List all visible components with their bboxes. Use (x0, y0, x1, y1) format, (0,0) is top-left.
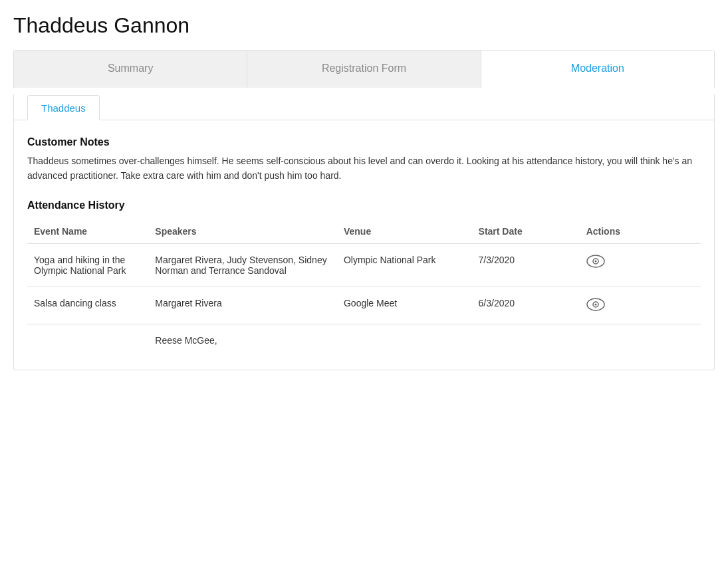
attendance-history-title: Attendance History (27, 199, 701, 211)
table-header-row: Event Name Speakers Venue Start Date Act… (27, 221, 701, 244)
cell-actions-2 (580, 324, 701, 356)
col-header-venue: Venue (337, 221, 472, 244)
content-body: Customer Notes Thaddeus sometimes over-c… (14, 120, 714, 370)
table-row: Reese McGee, (27, 324, 701, 356)
col-header-start-date: Start Date (472, 221, 580, 244)
page-title: Thaddeus Gannon (13, 13, 715, 38)
cell-event-name-2 (27, 324, 148, 356)
tab-moderation[interactable]: Moderation (481, 51, 714, 88)
page-container: Thaddeus Gannon Summary Registration For… (0, 0, 728, 370)
cell-speakers-0: Margaret Rivera, Judy Stevenson, Sidney … (148, 243, 337, 287)
cell-date-1: 6/3/2020 (472, 287, 580, 324)
cell-venue-2 (337, 324, 472, 356)
cell-speakers-1: Margaret Rivera (148, 287, 337, 324)
table-row: Salsa dancing class Margaret Rivera Goog… (27, 287, 701, 324)
tab-summary[interactable]: Summary (14, 51, 247, 88)
view-icon-0[interactable] (586, 255, 605, 268)
main-tabs: Summary Registration Form Moderation (13, 50, 715, 88)
cell-date-0: 7/3/2020 (472, 243, 580, 287)
cell-event-name-0: Yoga and hiking in the Olympic National … (27, 243, 148, 287)
table-row: Yoga and hiking in the Olympic National … (27, 243, 701, 287)
cell-venue-1: Google Meet (337, 287, 472, 324)
attendance-table: Event Name Speakers Venue Start Date Act… (27, 221, 701, 356)
cell-speakers-2: Reese McGee, (148, 324, 337, 356)
customer-notes-text: Thaddeus sometimes over-challenges himse… (27, 154, 701, 183)
col-header-actions: Actions (580, 221, 701, 244)
customer-notes-title: Customer Notes (27, 136, 701, 148)
cell-event-name-1: Salsa dancing class (27, 287, 148, 324)
cell-actions-0 (580, 243, 701, 287)
view-icon-1[interactable] (586, 298, 605, 311)
svg-point-5 (594, 303, 596, 305)
sub-tab-thaddeus[interactable]: Thaddeus (27, 95, 100, 120)
main-content: Thaddeus Customer Notes Thaddeus sometim… (13, 94, 715, 370)
col-header-speakers: Speakers (148, 221, 337, 244)
cell-date-2 (472, 324, 580, 356)
sub-tabs: Thaddeus (14, 94, 714, 120)
cell-actions-1 (580, 287, 701, 324)
cell-venue-0: Olympic National Park (337, 243, 472, 287)
tab-registration-form[interactable]: Registration Form (247, 51, 481, 88)
col-header-event-name: Event Name (27, 221, 148, 244)
svg-point-2 (594, 260, 596, 262)
